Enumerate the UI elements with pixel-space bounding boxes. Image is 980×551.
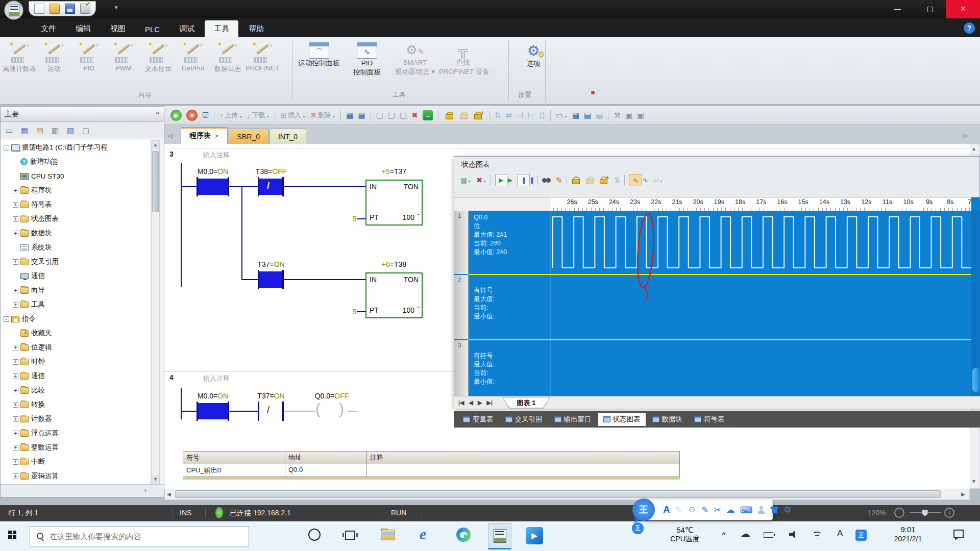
task-view-icon[interactable] xyxy=(345,531,355,540)
ime-brush-icon[interactable]: ✎ xyxy=(675,505,682,515)
tree-expander-icon[interactable]: - xyxy=(4,316,9,322)
tree-expander-icon[interactable]: + xyxy=(13,459,18,465)
tree-item-system-block[interactable]: 系统块 xyxy=(1,240,150,255)
tree-expander-icon[interactable]: + xyxy=(13,416,18,422)
unforce-button[interactable] xyxy=(457,109,469,122)
symbol-table-row[interactable]: CPU_输出0 Q0.0 xyxy=(183,464,680,477)
dock-variable-table[interactable]: 变量表 xyxy=(458,413,499,426)
address-view-button[interactable]: ▦ xyxy=(345,109,354,122)
chart-view-button[interactable]: ▤ xyxy=(583,109,592,122)
toolbar-button[interactable] xyxy=(489,110,489,121)
force-add-button[interactable]: + xyxy=(471,109,485,122)
dock-symbol-table[interactable]: 符号表 xyxy=(689,413,730,426)
tree-expander-icon[interactable]: + xyxy=(13,231,18,236)
tree-item-compare[interactable]: + 比较 xyxy=(1,383,150,397)
tree-item-clock[interactable]: + 时钟 xyxy=(1,355,150,369)
dock-status-chart[interactable]: 状态图表 xyxy=(598,413,646,426)
chart-pause-button[interactable]: ∥ ∥ xyxy=(517,174,534,186)
input-language-indicator[interactable]: A xyxy=(837,529,843,539)
video-player-icon[interactable]: ▶ xyxy=(526,527,543,544)
window-button-2[interactable]: ▢ xyxy=(387,109,396,122)
tray-ime-icon[interactable]: 王 xyxy=(855,530,867,541)
ime-font-icon[interactable]: A xyxy=(663,504,670,515)
chart-view-button-2[interactable]: ▤ xyxy=(595,109,604,122)
toolbar-button[interactable] xyxy=(608,110,608,121)
chart-tab[interactable]: 图表 1 xyxy=(502,397,550,409)
run-button[interactable]: ▶ xyxy=(169,109,183,122)
chart-row[interactable]: 3 有符号最大值:当前:最小值: xyxy=(454,340,971,396)
chart-write-button[interactable]: ✎ xyxy=(555,174,564,186)
vertical-line-button[interactable]: ⇅ xyxy=(494,109,502,122)
start-button[interactable] xyxy=(8,531,17,539)
help-icon[interactable]: ? xyxy=(964,22,975,34)
motion-control-panel-button[interactable]: ⌒ 运动控制面板 xyxy=(295,38,343,89)
chart-force-button[interactable] xyxy=(570,174,581,186)
options-button[interactable]: ⚙ 选项 xyxy=(509,38,557,89)
tree-expander-icon[interactable]: + xyxy=(13,388,18,393)
tree-item-wizards[interactable]: + 向导 xyxy=(1,283,150,297)
ime-logo-icon[interactable]: 王 xyxy=(632,498,655,521)
tree-expander-icon[interactable]: + xyxy=(13,188,18,193)
chart-row[interactable]: 2 有符号最大值:当前:最小值: xyxy=(454,275,971,339)
ime-badge-icon[interactable]: 王 xyxy=(632,522,644,534)
wizard-get-put[interactable]: ✦✦ Get/Put xyxy=(176,38,210,89)
chart-next-page-button[interactable]: ▶ xyxy=(478,399,482,406)
dock-cross-reference[interactable]: 交叉引用 xyxy=(500,413,548,426)
chart-scrollbar-thumb[interactable] xyxy=(972,368,979,392)
toolbar-button[interactable] xyxy=(340,110,341,121)
search-input[interactable] xyxy=(50,532,218,541)
project-view-icon[interactable]: ▭ xyxy=(4,125,15,135)
horizontal-line-button[interactable]: ⇄ xyxy=(504,109,513,122)
symbol-table-view-icon[interactable]: ▦ xyxy=(19,125,30,135)
download-button[interactable]: ↓ 下载 xyxy=(246,109,271,122)
toolbar-button[interactable] xyxy=(371,110,371,121)
timer-box-t37[interactable]: IN TON PT 100 ~ xyxy=(365,180,423,226)
open-file-icon[interactable] xyxy=(50,4,60,14)
notification-center-icon[interactable] xyxy=(953,530,964,538)
window-button-3[interactable]: ▢ xyxy=(399,109,408,122)
chart-force-add-button[interactable]: + xyxy=(598,174,610,186)
compile-button[interactable]: ☑ xyxy=(201,109,210,122)
wizard-profinet[interactable]: ✦✦ PROFINET xyxy=(245,38,280,89)
chart-toolbar-button[interactable] xyxy=(491,175,491,185)
tree-item-tools[interactable]: + 工具 xyxy=(1,297,150,312)
scroll-right-icon[interactable]: › xyxy=(144,486,146,494)
battery-icon[interactable] xyxy=(764,532,773,538)
tree-item-integer-math[interactable]: + 整数运算 xyxy=(1,440,150,455)
close-window-button[interactable]: ✖ xyxy=(410,109,419,122)
tree-item-project[interactable]: - 振荡电路1 (C:\西门子学习程 xyxy=(1,140,150,155)
dropdown-caret-icon[interactable] xyxy=(239,111,242,120)
cloud-icon[interactable]: ☁ xyxy=(740,528,750,540)
scroll-up-icon[interactable]: ▲ xyxy=(971,146,976,152)
menu-item[interactable]: 文件 xyxy=(32,20,65,37)
dock-data-block[interactable]: 数据块 xyxy=(647,413,688,426)
selection-button[interactable]: ▭ xyxy=(555,109,569,122)
goto-button[interactable]: → xyxy=(422,109,434,122)
close-button[interactable]: ✕ xyxy=(946,0,980,18)
pid-control-panel-button[interactable]: ∿ PID 控制面板 xyxy=(343,38,391,89)
toolbar-button[interactable] xyxy=(550,110,551,121)
chart-address-button[interactable]: ▱ xyxy=(652,174,664,186)
tree-expander-icon[interactable]: + xyxy=(13,359,18,365)
tree-item-program-block[interactable]: + 程序块 xyxy=(1,183,150,197)
tree-scrollbar[interactable]: ▲ ▼ xyxy=(151,140,160,484)
clipboard-button[interactable]: ▣ xyxy=(624,109,633,122)
chart-unforce-button[interactable] xyxy=(584,174,595,186)
tree-item-bit-logic[interactable]: + 位逻辑 xyxy=(1,340,150,355)
ime-cloud-icon[interactable]: ☁ xyxy=(726,505,735,515)
ime-clothes-icon[interactable] xyxy=(770,506,778,513)
cpu-temperature-widget[interactable]: 54℃ CPU温度 xyxy=(660,523,709,549)
wizard-text-display[interactable]: ✦✦ 文本显示 xyxy=(141,38,176,89)
dropdown-caret-icon[interactable] xyxy=(266,111,270,120)
scroll-down-icon[interactable]: ▼ xyxy=(971,479,976,484)
chart-read-force-button[interactable]: ⇅ xyxy=(613,174,621,186)
network-comment[interactable]: 输入注释 xyxy=(203,374,230,383)
tree-item-instructions[interactable]: - 指令 xyxy=(1,312,150,326)
data-block-view-icon[interactable]: ▥ xyxy=(50,125,61,135)
table-view-button[interactable]: ▦ xyxy=(571,109,580,122)
tree-item-communication[interactable]: + 通信 xyxy=(1,369,150,383)
tree-expander-icon[interactable]: + xyxy=(13,431,18,436)
scrollbar-thumb[interactable] xyxy=(175,490,941,498)
ime-person-icon[interactable] xyxy=(757,506,765,514)
junction-up-button[interactable]: ⊣ xyxy=(516,109,524,122)
